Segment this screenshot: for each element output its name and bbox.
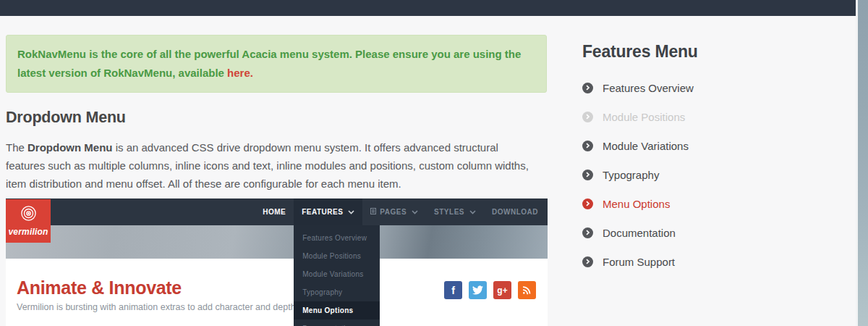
google-plus-icon[interactable]: g+ bbox=[493, 281, 511, 299]
main-content: RokNavMenu is the core of all the powerf… bbox=[6, 35, 547, 193]
sidebar-item-label: Module Positions bbox=[603, 111, 685, 123]
top-bar bbox=[0, 0, 856, 16]
alert-success: RokNavMenu is the core of all the powerf… bbox=[6, 35, 547, 93]
demo-social-buttons: f g+ bbox=[444, 281, 536, 299]
sidebar-item-typography[interactable]: Typography bbox=[582, 160, 854, 189]
dropdown-item-module-variations[interactable]: Module Variations bbox=[294, 265, 380, 283]
chevron-circle-right-icon bbox=[582, 170, 593, 180]
chevron-circle-right-icon bbox=[582, 198, 593, 209]
nav-label: PAGES bbox=[380, 208, 407, 216]
chevron-circle-right-icon bbox=[582, 112, 593, 122]
chevron-down-icon bbox=[348, 210, 354, 214]
dropdown-item-typography[interactable]: Typography bbox=[294, 283, 380, 301]
demo-nav-pages[interactable]: PAGES bbox=[362, 198, 426, 225]
sidebar-item-documentation[interactable]: Documentation bbox=[582, 218, 854, 247]
chevron-circle-right-icon bbox=[582, 256, 593, 267]
sidebar-title: Features Menu bbox=[582, 42, 854, 62]
demo-screenshot: vermilion HOME FEATURES Features Overvie… bbox=[6, 198, 548, 326]
article-text: The bbox=[6, 141, 27, 154]
dropdown-item-module-positions[interactable]: Module Positions bbox=[294, 247, 380, 265]
sidebar-item-label: Forum Support bbox=[603, 256, 675, 268]
twitter-icon[interactable] bbox=[469, 281, 487, 299]
chevron-down-icon bbox=[412, 210, 418, 214]
concentric-circles-icon bbox=[20, 205, 37, 225]
facebook-glyph: f bbox=[451, 285, 455, 296]
demo-hero-title: Animate & Innovate bbox=[17, 277, 182, 298]
pages-icon bbox=[370, 208, 376, 216]
rss-icon[interactable] bbox=[518, 281, 536, 299]
demo-nav-home[interactable]: HOME bbox=[255, 198, 294, 225]
demo-nav-features[interactable]: FEATURES Features Overview Module Positi… bbox=[294, 198, 362, 225]
sidebar-item-label: Documentation bbox=[603, 227, 676, 239]
dropdown-item-documentation[interactable]: Documentation bbox=[294, 319, 380, 326]
demo-nav-download[interactable]: DOWNLOAD bbox=[484, 198, 546, 225]
sidebar-item-menu-options[interactable]: Menu Options bbox=[582, 189, 854, 218]
article-bold-text: Dropdown Menu bbox=[27, 141, 112, 154]
dropdown-item-features-overview[interactable]: Features Overview bbox=[294, 229, 380, 247]
background-image-strip bbox=[856, 0, 868, 326]
nav-label: DOWNLOAD bbox=[492, 208, 538, 216]
sidebar-item-label: Features Overview bbox=[603, 82, 694, 94]
demo-hero-banner-image bbox=[6, 225, 548, 259]
article-paragraph: The Dropdown Menu is an advanced CSS dri… bbox=[6, 138, 535, 193]
google-plus-glyph: g+ bbox=[497, 285, 507, 296]
demo-page-content: Animate & Innovate Vermilion is bursting… bbox=[6, 259, 548, 326]
sidebar: Features Menu Features Overview Module P… bbox=[582, 42, 854, 276]
sidebar-item-module-positions[interactable]: Module Positions bbox=[582, 102, 854, 131]
chevron-circle-right-icon bbox=[582, 227, 593, 238]
demo-logo[interactable]: vermilion bbox=[6, 199, 51, 243]
chevron-down-icon bbox=[469, 210, 476, 214]
nav-label: HOME bbox=[263, 208, 286, 216]
sidebar-item-module-variations[interactable]: Module Variations bbox=[582, 131, 854, 160]
sidebar-item-forum-support[interactable]: Forum Support bbox=[582, 247, 854, 276]
sidebar-item-features-overview[interactable]: Features Overview bbox=[582, 73, 854, 102]
alert-text: RokNavMenu is the core of all the powerf… bbox=[17, 48, 521, 79]
chevron-circle-right-icon bbox=[582, 83, 593, 93]
demo-logo-text: vermilion bbox=[8, 227, 48, 237]
demo-features-dropdown: Features Overview Module Positions Modul… bbox=[294, 225, 380, 326]
page-title: Dropdown Menu bbox=[6, 109, 547, 127]
chevron-circle-right-icon bbox=[582, 141, 593, 151]
sidebar-item-label: Menu Options bbox=[603, 198, 670, 210]
nav-label: STYLES bbox=[434, 208, 464, 216]
demo-nav-menu: HOME FEATURES Features Overview Module P… bbox=[255, 198, 546, 225]
dropdown-item-menu-options[interactable]: Menu Options bbox=[294, 301, 380, 319]
nav-label: FEATURES bbox=[302, 208, 343, 216]
sidebar-menu: Features Overview Module Positions Modul… bbox=[582, 73, 854, 276]
demo-nav-styles[interactable]: STYLES bbox=[426, 198, 484, 225]
alert-here-link[interactable]: here. bbox=[227, 67, 253, 79]
facebook-icon[interactable]: f bbox=[444, 281, 462, 299]
sidebar-item-label: Typography bbox=[603, 169, 659, 181]
sidebar-item-label: Module Variations bbox=[603, 140, 689, 152]
